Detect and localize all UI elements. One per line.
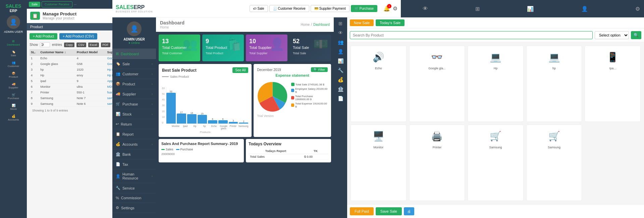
mp-col-name: Customer Name ↕ [39, 49, 75, 56]
breadcrumb-path: Home / Dashboard [301, 23, 330, 26]
tab-new-sale[interactable]: New Sale [350, 19, 374, 26]
product-card-ipad[interactable]: 📱 Ipa... [585, 46, 641, 122]
legend-label: Sales Product [170, 75, 189, 78]
product-img-googleglass: 👓 [427, 49, 447, 65]
sidebar-item-supplier[interactable]: 🚚 Supplier › [112, 89, 156, 99]
dash-logo: SALESERP BUSINESS ERP SOLUTION [116, 4, 153, 13]
product-card-hp2[interactable]: 💻 hp [526, 46, 582, 122]
to-cell-value: $ 0.00 [303, 154, 328, 160]
sidebar-item-bank[interactable]: 🏦 Bank [112, 149, 156, 159]
full-paid-button[interactable]: Full Paid [350, 207, 374, 215]
dash-supplier-payment-btn[interactable]: 💳 Supplier Payment [311, 5, 350, 12]
product-name-monitor: Monitor [354, 146, 404, 149]
sidebar-item-product[interactable]: 📦 Product › [112, 79, 156, 89]
left-nav-supplier[interactable]: 🚚Supplier [0, 80, 27, 91]
stock-nav-icon: 📊 [116, 112, 120, 116]
product-card-samsung1[interactable]: 🛒 Samsung [468, 125, 524, 201]
rp-settings-icon[interactable]: ⚙ [634, 4, 641, 13]
rp-icon-2[interactable]: 👁 [338, 30, 343, 35]
left-logo: SALESERP [6, 3, 21, 13]
rp-icon-8[interactable]: 🏦 [338, 86, 343, 92]
left-nav-accounts[interactable]: 💰Accounts [0, 113, 27, 123]
mp-csv-btn[interactable]: CSV [76, 43, 86, 47]
search-input[interactable] [350, 31, 593, 39]
sidebar-item-stock[interactable]: 📊 Stock › [112, 109, 156, 119]
sidebar-item-hr[interactable]: 👤 Human Resource › [112, 169, 156, 183]
mp-add-csv-btn[interactable]: + Add Product (CSV) [59, 33, 97, 40]
legend-dot [162, 76, 169, 77]
product-card-printer[interactable]: 🖨️ Printer [409, 125, 465, 201]
sidebar-item-dashboard[interactable]: ⊞ Dashboard [112, 49, 156, 59]
see-all-button[interactable]: See All [232, 67, 248, 73]
search-button[interactable]: 🔍 [631, 31, 641, 39]
sidebar-item-customer[interactable]: 👥 Customer › [112, 69, 156, 79]
rp-grid-icon[interactable]: ⊞ [474, 4, 481, 13]
report-nav-icon: 📋 [116, 132, 120, 136]
rp-icon-3[interactable]: 👥 [338, 40, 343, 45]
expense-filter-btn[interactable]: 🔍 Filter [311, 67, 328, 72]
left-nav-sale[interactable]: 🏷️Sale [0, 48, 27, 59]
y-axis: 6350403020100 [162, 87, 166, 124]
bar-chart: 6350403020100 53 17 16 [162, 80, 248, 124]
sidebar-item-label: Product [122, 82, 135, 86]
mp-sale-btn[interactable]: Sale [29, 2, 40, 7]
chevron-right-icon: › [152, 62, 153, 66]
rp-icon-5[interactable]: 📊 [338, 58, 343, 64]
product-img-samsung2: 🛒 [544, 128, 564, 144]
rp-chart-icon[interactable]: 📊 [526, 4, 535, 13]
bar-hp: 16 [187, 112, 197, 124]
dash-icons: 🔔 1 ⚙ [383, 5, 397, 12]
hr-nav-icon: 👤 [116, 174, 120, 178]
rp-icon-6[interactable]: 🔧 [338, 68, 343, 73]
sidebar-item-purchase[interactable]: 🛒 Purchase › [112, 99, 156, 109]
mp-pdf-btn[interactable]: PDF [101, 43, 110, 47]
sidebar-item-accounts[interactable]: 💰 Accounts › [112, 139, 156, 149]
sidebar-item-label: Return [121, 122, 132, 126]
dash-customer-receive-btn[interactable]: 🧾 Customer Receive [269, 5, 309, 12]
sidebar-item-report[interactable]: 📋 Report [112, 129, 156, 139]
settings-nav-icon: ⚙ [116, 206, 119, 210]
tax-nav-icon: 📄 [116, 162, 120, 166]
settings-icon[interactable]: ⚙ [393, 5, 397, 12]
sidebar-item-commission[interactable]: % Commission [112, 193, 156, 203]
product-card-googleglass[interactable]: 👓 Google gla... [409, 46, 465, 122]
mp-entries-input[interactable] [40, 42, 50, 47]
mp-copy-btn[interactable]: Copy [64, 43, 74, 47]
sidebar-item-tax[interactable]: 📄 Tax [112, 159, 156, 169]
purchase-dot [176, 149, 179, 150]
rp-icon-4[interactable]: 👤 [338, 49, 343, 54]
rp-icon-9[interactable]: 📄 [338, 96, 343, 101]
rp-eye-icon[interactable]: 👁 [421, 4, 429, 13]
rp-icon-1[interactable]: ⊞ [338, 21, 342, 26]
left-nav-product[interactable]: 📦Product [0, 70, 27, 80]
sidebar-item-service[interactable]: 🔧 Service [112, 183, 156, 193]
tab-today-sale[interactable]: Today's Sale [376, 19, 405, 26]
dash-sale-btn[interactable]: 🏷 Sale [250, 5, 268, 12]
left-nav-purchase[interactable]: 🛒Purchase [0, 91, 27, 102]
left-nav-stock[interactable]: 📊Stock [0, 102, 27, 113]
product-card-monitor[interactable]: 🖥️ Monitor [351, 125, 407, 201]
trial-version: Trial Version [257, 114, 328, 118]
left-nav-customer[interactable]: 👥Customer [0, 59, 27, 70]
mp-customer-receive-btn[interactable]: Customer Receive [42, 1, 72, 7]
dash-side-user: 👤 ADMIN USER ● Online [112, 17, 156, 49]
dash-user-avatar: 👤 [127, 21, 142, 36]
page-subtitle: Home [160, 25, 184, 29]
mp-excel-btn[interactable]: Excel [88, 43, 99, 47]
rp-user-icon[interactable]: 👤 [580, 4, 589, 13]
sidebar-item-return[interactable]: ↩ Return [112, 119, 156, 129]
rp-icon-7[interactable]: 💰 [338, 77, 343, 82]
sidebar-item-sale[interactable]: 🏷️ Sale › [112, 59, 156, 69]
product-card-samsung2[interactable]: 🛒 Samsung [526, 125, 582, 201]
sidebar-item-label: Tax [122, 162, 128, 166]
print-button[interactable]: 🖨 [404, 207, 414, 215]
mp-add-product-btn[interactable]: + Add Product [30, 33, 57, 40]
sidebar-item-settings[interactable]: ⚙ Settings [112, 203, 156, 213]
dash-purchase-btn[interactable]: 🛒 Purchase [351, 5, 377, 12]
category-select[interactable]: Select option [595, 31, 629, 39]
sidebar-item-label: Settings [121, 206, 135, 210]
left-nav-dashboard[interactable]: ⊞Dashboard [0, 38, 27, 48]
save-sale-button[interactable]: Save Sale [376, 207, 402, 215]
product-card-echo[interactable]: 🔊 Echo [351, 46, 407, 122]
product-card-hp[interactable]: 💻 Hp [468, 46, 524, 122]
